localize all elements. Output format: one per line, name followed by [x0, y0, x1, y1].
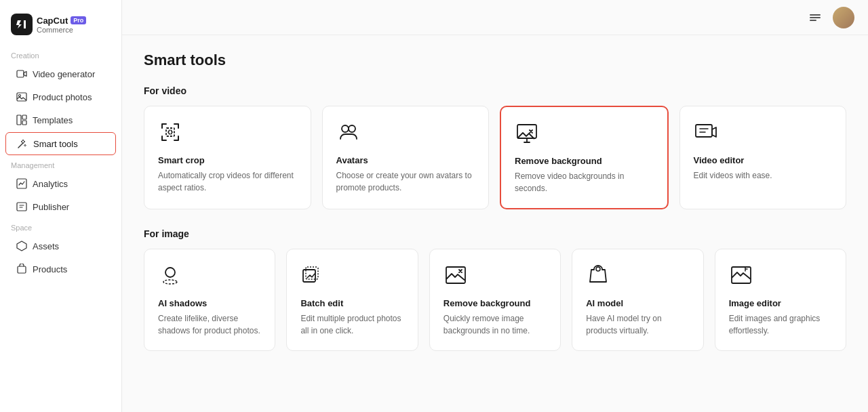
card-avatars-desc: Choose or create your own avatars to pro… [336, 169, 475, 194]
svg-rect-17 [696, 125, 712, 137]
card-avatars-title: Avatars [336, 155, 475, 165]
products-icon [16, 264, 27, 274]
smart-crop-icon [158, 120, 182, 144]
page-title: Smart tools [144, 52, 846, 69]
remove-bg-img-icon [443, 263, 468, 287]
template-icon [16, 115, 27, 125]
card-ai-model-desc: Have AI model try on products virtually. [586, 312, 689, 337]
sidebar-item-smart-tools[interactable]: Smart tools [5, 132, 116, 155]
card-remove-bg-image-title: Remove background [443, 298, 547, 308]
avatars-icon [336, 120, 361, 144]
sidebar-label-templates: Templates [33, 115, 73, 125]
card-batch-edit[interactable]: Batch edit Edit multiple product photos … [286, 249, 418, 351]
logo-name: CapCut [37, 16, 68, 26]
sidebar-item-product-photos[interactable]: Product photos [5, 86, 116, 108]
ai-model-icon [586, 263, 610, 287]
sidebar-label-product-photos: Product photos [33, 92, 92, 102]
svg-rect-11 [810, 17, 821, 18]
for-image-label: For image [144, 228, 846, 239]
svg-rect-6 [22, 121, 26, 125]
sidebar-label-video-generator: Video generator [33, 69, 95, 79]
card-image-editor-title: Image editor [729, 298, 832, 308]
user-avatar[interactable] [833, 7, 854, 28]
section-management: Management [0, 156, 121, 172]
sidebar-item-templates[interactable]: Templates [5, 109, 116, 131]
card-remove-bg-video-title: Remove background [515, 156, 654, 166]
sidebar-item-assets[interactable]: Assets [5, 235, 116, 257]
card-ai-model[interactable]: AI model Have AI model try on products v… [572, 249, 703, 351]
image-editor-icon [729, 263, 753, 287]
svg-point-15 [349, 125, 355, 132]
analytics-icon [16, 178, 27, 189]
card-smart-crop[interactable]: Smart crop Automatically crop videos for… [144, 106, 311, 209]
main-content: Smart tools For video Smart crop Automat… [122, 35, 868, 412]
sidebar-item-products[interactable]: Products [5, 258, 116, 280]
card-video-editor-title: Video editor [694, 155, 833, 165]
for-video-cards: Smart crop Automatically crop videos for… [144, 106, 846, 209]
sidebar-label-publisher: Publisher [33, 202, 69, 212]
svg-rect-9 [18, 266, 26, 273]
sidebar-label-smart-tools: Smart tools [33, 139, 78, 149]
for-image-cards: AI shadows Create lifelike, diverse shad… [144, 249, 846, 351]
card-smart-crop-desc: Automatically crop videos for different … [158, 169, 297, 194]
card-ai-shadows[interactable]: AI shadows Create lifelike, diverse shad… [144, 249, 275, 351]
ai-shadows-icon [158, 263, 182, 287]
sidebar-item-publisher[interactable]: Publisher [5, 196, 116, 218]
card-ai-shadows-title: AI shadows [158, 298, 261, 308]
batch-edit-icon [300, 263, 325, 287]
video-icon [16, 68, 27, 79]
card-remove-bg-image[interactable]: Remove background Quickly remove image b… [429, 249, 561, 351]
sidebar-label-products: Products [33, 264, 67, 274]
card-batch-edit-title: Batch edit [300, 298, 403, 308]
sidebar-label-assets: Assets [33, 241, 59, 251]
card-ai-model-title: AI model [586, 298, 689, 308]
section-space: Space [0, 218, 121, 234]
publisher-icon [16, 201, 27, 212]
card-avatars[interactable]: Avatars Choose or create your own avatar… [322, 106, 490, 209]
svg-rect-4 [17, 115, 21, 125]
section-creation: Creation [0, 49, 121, 62]
for-video-label: For video [144, 85, 846, 96]
svg-point-19 [163, 280, 177, 284]
logo-sub: Commerce [37, 26, 86, 34]
remove-bg-video-icon [515, 121, 539, 145]
photo-icon [16, 91, 27, 102]
svg-rect-2 [17, 93, 26, 101]
svg-rect-10 [810, 14, 821, 16]
svg-rect-5 [22, 115, 26, 119]
card-remove-bg-video[interactable]: Remove background Remove video backgroun… [500, 106, 669, 209]
svg-point-18 [165, 268, 175, 277]
topbar [122, 0, 868, 35]
svg-rect-12 [810, 20, 816, 21]
card-ai-shadows-desc: Create lifelike, diverse shadows for pro… [158, 312, 261, 337]
svg-point-23 [596, 267, 600, 271]
main-container: Smart tools For video Smart crop Automat… [122, 0, 868, 412]
svg-point-3 [19, 95, 21, 97]
card-image-editor[interactable]: Image editor Edit images and graphics ef… [715, 249, 846, 351]
logo: CapCut Pro Commerce [0, 8, 121, 49]
svg-rect-8 [17, 203, 26, 211]
card-video-editor-desc: Edit videos with ease. [694, 169, 833, 182]
card-image-editor-desc: Edit images and graphics effortlessly. [729, 312, 832, 337]
assets-icon [16, 241, 27, 251]
svg-rect-1 [17, 70, 24, 77]
card-smart-crop-title: Smart crop [158, 155, 297, 165]
menu-icon[interactable] [804, 7, 826, 28]
card-video-editor[interactable]: Video editor Edit videos with ease. [679, 106, 847, 209]
sidebar: CapCut Pro Commerce Creation Video gener… [0, 0, 122, 412]
card-remove-bg-image-desc: Quickly remove image backgrounds in no t… [443, 312, 547, 337]
sidebar-label-analytics: Analytics [33, 179, 68, 189]
sidebar-item-analytics[interactable]: Analytics [5, 173, 116, 194]
card-remove-bg-video-desc: Remove video backgrounds in seconds. [515, 170, 654, 194]
wand-icon [17, 138, 28, 149]
video-editor-icon [694, 120, 718, 144]
logo-badge: Pro [71, 16, 86, 24]
svg-point-14 [342, 125, 349, 132]
sidebar-item-video-generator[interactable]: Video generator [5, 63, 116, 85]
capcut-logo-icon [11, 14, 33, 35]
card-batch-edit-desc: Edit multiple product photos all in one … [300, 312, 403, 337]
svg-rect-13 [166, 128, 174, 136]
